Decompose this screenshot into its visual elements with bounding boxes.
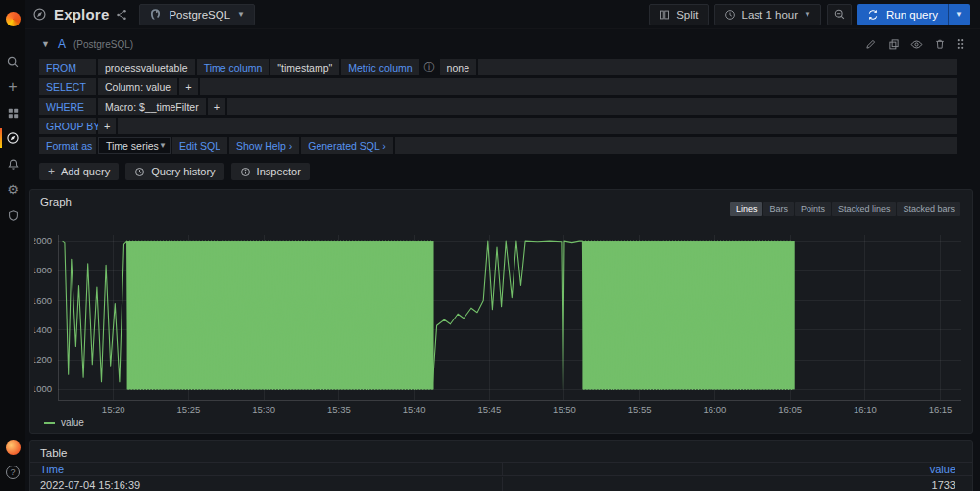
query-builder-rows: FROMprocessvaluetableTime column"timesta… (29, 59, 973, 154)
explore-toolbar: Explore PostgreSQL ▼ Split (25, 0, 980, 29)
alerting-bell-icon[interactable] (0, 151, 25, 176)
hide-eye-icon[interactable] (910, 38, 923, 51)
row-filler (227, 98, 957, 115)
help-question-icon[interactable]: ? (0, 460, 25, 485)
query-keyword: Format as (39, 137, 96, 154)
split-columns-icon (659, 9, 670, 21)
svg-text:16:00: 16:00 (704, 404, 727, 415)
query-history-label: Query history (151, 166, 215, 177)
configuration-gear-icon[interactable]: ⚙ (0, 176, 25, 202)
chevron-down-icon: ▼ (804, 11, 811, 19)
add-query-label: Add query (61, 166, 110, 177)
query-row: FROMprocessvaluetableTime column"timesta… (29, 59, 973, 75)
query-ref-id: A (58, 37, 66, 51)
clock-icon (724, 9, 736, 21)
legend-swatch (44, 422, 55, 424)
svg-text:16:05: 16:05 (778, 404, 802, 415)
time-range-picker[interactable]: Last 1 hour ▼ (714, 4, 821, 25)
admin-shield-icon[interactable] (0, 202, 25, 227)
legend-label[interactable]: value (61, 417, 84, 428)
info-circle-icon (240, 167, 251, 177)
query-link[interactable]: Generated SQL › (301, 137, 393, 154)
mode-lines[interactable]: Lines (730, 202, 763, 216)
inspector-button[interactable]: Inspector (231, 163, 310, 180)
add-segment-button[interactable]: + (98, 118, 116, 134)
split-button[interactable]: Split (649, 4, 708, 25)
refresh-icon (867, 9, 879, 21)
run-query-dropdown[interactable]: ▼ (948, 4, 970, 25)
query-row: WHEREMacro: $__timeFilter+ (29, 98, 973, 115)
row-filler (200, 78, 957, 95)
svg-text:15:50: 15:50 (553, 404, 576, 415)
explore-compass-icon[interactable] (0, 125, 25, 151)
main-area: Explore PostgreSQL ▼ Split (25, 0, 980, 491)
avatar (6, 440, 21, 455)
chevron-down-icon: ▼ (237, 11, 245, 19)
split-label: Split (676, 9, 698, 21)
add-segment-button[interactable]: + (208, 98, 225, 115)
query-segment[interactable]: Column: value (98, 78, 177, 95)
datasource-picker[interactable]: PostgreSQL ▼ (139, 4, 255, 25)
query-header-actions (865, 38, 965, 51)
svg-text:2000: 2000 (34, 235, 52, 246)
mode-points[interactable]: Points (795, 202, 831, 216)
add-query-button[interactable]: + Add query (39, 163, 119, 180)
postgresql-icon (149, 8, 162, 21)
cell-value: 1733 (502, 477, 973, 491)
chart-legend: value (44, 417, 84, 428)
info-circle-icon: ⓘ (421, 59, 438, 75)
query-history-button[interactable]: Query history (125, 163, 223, 180)
page-title: Explore (54, 6, 109, 23)
query-keyword: GROUP BY (39, 118, 96, 134)
search-icon[interactable] (0, 49, 25, 74)
add-segment-button[interactable]: + (179, 78, 197, 95)
zoom-out-icon (833, 8, 846, 21)
table-header-row: Timevalue (30, 462, 972, 476)
run-query-button[interactable]: Run query ▼ (858, 4, 970, 25)
query-link[interactable]: Edit SQL (172, 137, 227, 154)
profile-avatar[interactable] (0, 434, 25, 460)
table-header-value[interactable]: value (502, 463, 973, 475)
svg-text:1200: 1200 (34, 354, 52, 365)
query-row-header: ▼ A (PostgreSQL) (29, 34, 973, 54)
zoom-out-button[interactable] (827, 4, 852, 25)
drag-handle-icon[interactable] (956, 38, 965, 50)
mode-bars[interactable]: Bars (763, 202, 794, 216)
table-row: 2022-07-04 15:16:391733 (30, 477, 972, 491)
trash-icon[interactable] (934, 38, 946, 50)
format-select[interactable]: Time series▼ (98, 137, 171, 154)
query-editor: ▼ A (PostgreSQL) FROMprocessvalue (29, 34, 973, 154)
query-segment[interactable]: Time column (197, 59, 270, 75)
table-header-time[interactable]: Time (30, 463, 502, 475)
graph-panel: Graph LinesBarsPointsStacked linesStacke… (29, 189, 973, 434)
collapse-caret-icon[interactable]: ▼ (41, 39, 50, 49)
query-link[interactable]: Show Help › (229, 137, 299, 154)
svg-text:1800: 1800 (34, 265, 52, 275)
dashboards-grid-icon[interactable] (0, 100, 25, 125)
share-icon[interactable] (116, 9, 127, 21)
secondary-actions: + Add query Query history Inspector (39, 163, 980, 180)
query-keyword: WHERE (39, 98, 96, 115)
row-filler (478, 59, 957, 75)
row-filler (395, 137, 957, 154)
query-segment[interactable]: "timestamp" (270, 59, 339, 75)
copy-icon[interactable] (888, 38, 900, 50)
query-segment[interactable]: Macro: $__timeFilter (98, 98, 206, 115)
plus-icon: + (48, 165, 55, 178)
mode-stacked-lines[interactable]: Stacked lines (832, 202, 897, 216)
query-segment[interactable]: Metric column (341, 59, 418, 75)
svg-text:1400: 1400 (34, 324, 52, 335)
svg-text:15:25: 15:25 (177, 404, 201, 415)
grafana-logo[interactable] (0, 6, 25, 31)
query-segment[interactable]: none (440, 59, 476, 75)
time-series-chart[interactable]: 10001200140016001800200015:2015:2515:301… (34, 235, 965, 421)
mode-stacked-bars[interactable]: Stacked bars (897, 202, 960, 216)
grafana-flame-icon (6, 12, 21, 26)
explore-compass-icon (32, 7, 47, 22)
sidebar: + ⚙ ? (0, 0, 25, 491)
clock-icon (134, 167, 145, 177)
svg-text:15:35: 15:35 (327, 404, 351, 415)
query-segment[interactable]: processvaluetable (98, 59, 195, 75)
edit-pencil-icon[interactable] (865, 38, 877, 50)
create-plus-icon[interactable]: + (0, 74, 25, 100)
